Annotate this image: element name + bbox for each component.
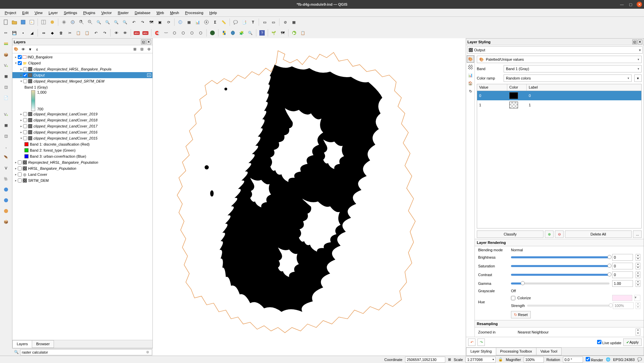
saturation-value[interactable]: 0 [612,263,633,269]
pan-to-selection-icon[interactable] [69,18,76,26]
style-preset-icon[interactable]: 🎨 [13,46,19,52]
add-mesh-icon[interactable]: ◫ [2,132,10,140]
menu-edit[interactable]: Edit [19,10,31,16]
expander-icon[interactable]: ▸ [14,161,18,164]
menu-vector[interactable]: Vector [99,10,114,16]
show-all-icon[interactable]: 👁 [121,29,129,37]
layer-row[interactable]: Band 3: urban-coverfraction (Blue) [12,153,152,159]
layer-checkbox[interactable] [23,73,27,77]
colorize-color[interactable] [612,295,632,301]
contrast-slider[interactable] [511,274,609,276]
save-project-icon[interactable] [19,18,27,26]
zoom-out-icon[interactable]: - [86,18,94,26]
layer-checkbox[interactable] [18,178,22,183]
messages-icon[interactable]: 💬 [637,357,642,362]
menu-project[interactable]: Project [2,10,19,16]
open-project-icon[interactable] [11,18,18,26]
layer-checkbox[interactable] [18,160,22,164]
layer-row[interactable]: ▸clipped_Reprojected_HRSL_Bangalore_Popu… [12,66,152,72]
histogram-tab-icon[interactable]: 📊 [467,71,474,79]
processing-history-icon[interactable]: ▶ [291,29,298,37]
metasearch-icon[interactable]: 🔍 [247,29,254,37]
expander-icon[interactable]: ▸ [19,131,23,134]
extent-icon[interactable]: ⊞ [448,357,451,362]
add-delimited-icon[interactable]: , [2,142,10,151]
layer-row[interactable]: ▾clipped_Reprojected_Merged_SRTM_DEM [12,78,152,84]
contrast-spin[interactable]: ▲▼ [636,271,640,278]
remove-layer-icon[interactable]: ⊖ [146,46,152,52]
lock-scale-icon[interactable]: 🔒 [498,357,503,362]
map-tips-icon[interactable]: 💬 [232,18,239,26]
add-feature-icon[interactable]: • [19,29,27,37]
grass-tools-icon[interactable]: 🌱 [270,29,277,37]
live-update-option[interactable]: Live update [597,340,622,345]
new-delimited-icon[interactable]: 📄 [2,93,10,102]
zoomed-in-select[interactable]: Nearest Neighbour [518,330,633,334]
delete-selected-icon[interactable]: 🗑 [57,29,65,37]
expander-icon[interactable]: ▸ [19,112,23,116]
add-raster-icon[interactable]: ▦ [2,121,10,129]
layout-manager-icon[interactable] [40,18,47,26]
brightness-value[interactable]: 0 [612,254,633,261]
layer-checkbox[interactable] [23,79,27,83]
colorize-menu[interactable]: ▾ [634,295,640,301]
layer-row[interactable]: Band 1 (Gray) [12,84,152,90]
layer-checkbox[interactable] [18,166,22,170]
open-attribute-table-icon[interactable]: ▦ [185,18,193,26]
digitize-icon[interactable]: ◢ [28,29,36,37]
layers-hscroll[interactable] [12,334,152,340]
topo-edit-icon[interactable]: ⬡ [171,29,178,37]
layer-row[interactable]: ▸◎Land Cover [12,171,152,177]
menu-mesh[interactable]: Mesh [167,10,182,16]
toolbox-icon[interactable] [203,18,210,26]
expander-icon[interactable]: ▾ [19,137,23,140]
add-postgis-icon[interactable]: 🐘 [2,174,10,183]
color-ramp-menu-button[interactable]: ▾ [634,74,642,82]
hide-selected-icon[interactable]: 👁 [113,29,120,37]
undock-button[interactable]: ◱ [141,40,146,44]
zoom-next-icon[interactable]: ↷ [139,18,146,26]
content-scroll[interactable]: ▲▼ [636,328,640,336]
new-print-layout-icon[interactable]: + [28,18,36,26]
layer-row[interactable]: ▸clipped_Reprojected_LandCover_2018 [12,117,152,123]
plugins-icon[interactable]: 🧩 [238,29,245,37]
style-manager-icon[interactable] [49,18,56,26]
save-edits-icon[interactable]: 💾 [11,29,18,37]
layer-row[interactable]: Band 1: discrete_classification (Red) [12,141,152,147]
new-raster-icon[interactable]: ▦ [2,72,10,81]
close-button[interactable]: ✕ [637,2,642,7]
layer-row[interactable]: ▸IND_Bangalore [12,54,152,60]
map-canvas[interactable] [153,38,466,356]
menu-database[interactable]: Database [132,10,153,16]
move-feature-icon[interactable]: ⇔ [40,29,47,37]
open-data-source-icon[interactable] [2,40,10,48]
layer-checkbox[interactable] [23,136,27,140]
maximize-button[interactable]: ▢ [628,2,633,7]
deselect-icon[interactable]: ⊘ [281,18,289,26]
add-value-button[interactable]: ⊕ [545,230,554,238]
pan-icon[interactable] [60,18,68,26]
layer-checkbox[interactable] [23,118,27,122]
new-vector-icon[interactable]: V+ [2,61,10,70]
layer-row[interactable]: ▸Reprojected_HRSL_Bangalore_Population [12,159,152,165]
filter-legend-icon[interactable]: 👁 [20,46,26,52]
measure-icon[interactable]: 📏 [220,18,228,26]
layer-checkbox[interactable] [18,61,22,65]
zoom-in-icon[interactable]: + [78,18,85,26]
add-spatialite-icon[interactable]: 🪶 [2,153,10,162]
redo-icon[interactable]: ↷ [101,29,108,37]
col-label[interactable]: Label [527,84,641,91]
classify-button[interactable]: Classify [477,230,543,238]
expander-icon[interactable]: ▸ [19,73,23,77]
menu-view[interactable]: View [32,10,45,16]
locator-input[interactable] [20,349,152,355]
blending-select[interactable]: Normal [511,248,640,252]
undo-icon[interactable]: ↶ [92,29,100,37]
minimize-button[interactable]: — [619,2,625,7]
more-options-button[interactable]: ... [633,230,642,238]
new-project-icon[interactable] [2,18,9,26]
delete-all-button[interactable]: Delete All [565,230,632,238]
web-icon[interactable] [229,29,237,37]
colorize-checkbox[interactable] [511,296,515,300]
undock-styling-button[interactable]: ◱ [632,40,637,44]
